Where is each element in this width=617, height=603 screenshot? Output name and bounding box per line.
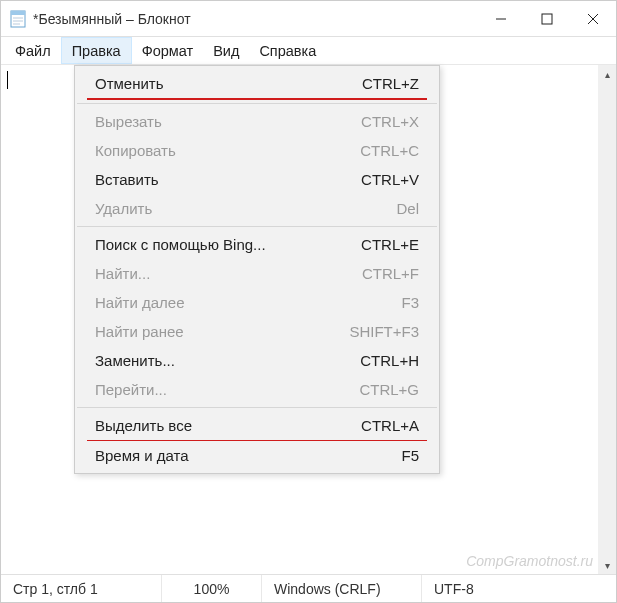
menu-separator [77,103,437,104]
status-line-ending: Windows (CRLF) [261,575,421,602]
status-zoom: 100% [161,575,261,602]
close-button[interactable] [570,1,616,37]
menu-item-find-next[interactable]: Найти далее F3 [75,288,439,317]
status-position: Стр 1, стлб 1 [1,575,161,602]
titlebar: *Безымянный – Блокнот [1,1,616,37]
highlight-underline [87,98,427,100]
menu-item-undo[interactable]: Отменить CTRL+Z [75,69,439,98]
text-cursor [7,71,8,89]
window-controls [478,1,616,37]
menu-item-datetime[interactable]: Время и дата F5 [75,441,439,470]
minimize-button[interactable] [478,1,524,37]
menu-item-find[interactable]: Найти... CTRL+F [75,259,439,288]
menu-separator [77,407,437,408]
menu-item-paste[interactable]: Вставить CTRL+V [75,165,439,194]
menu-file[interactable]: Файл [5,37,61,64]
scroll-up-button[interactable]: ▴ [598,65,616,83]
notepad-icon [9,10,27,28]
text-editor[interactable]: Отменить CTRL+Z Вырезать CTRL+X Копирова… [1,65,598,574]
menu-separator [77,226,437,227]
menu-item-find-prev[interactable]: Найти ранее SHIFT+F3 [75,317,439,346]
menu-item-select-all[interactable]: Выделить все CTRL+A [75,411,439,440]
menu-item-copy[interactable]: Копировать CTRL+C [75,136,439,165]
menu-help[interactable]: Справка [249,37,326,64]
vertical-scrollbar[interactable]: ▴ ▾ [598,65,616,574]
menu-view[interactable]: Вид [203,37,249,64]
svg-rect-1 [11,11,25,15]
menu-item-cut[interactable]: Вырезать CTRL+X [75,107,439,136]
menu-item-replace[interactable]: Заменить... CTRL+H [75,346,439,375]
content-area: Отменить CTRL+Z Вырезать CTRL+X Копирова… [1,65,616,574]
window-title: *Безымянный – Блокнот [33,11,478,27]
watermark-text: CompGramotnost.ru [466,553,593,569]
statusbar: Стр 1, стлб 1 100% Windows (CRLF) UTF-8 [1,574,616,602]
status-encoding: UTF-8 [421,575,616,602]
edit-dropdown-menu: Отменить CTRL+Z Вырезать CTRL+X Копирова… [74,65,440,474]
menubar: Файл Правка Формат Вид Справка [1,37,616,65]
menu-item-search-bing[interactable]: Поиск с помощью Bing... CTRL+E [75,230,439,259]
notepad-window: *Безымянный – Блокнот Файл Правка Формат… [0,0,617,603]
scroll-down-button[interactable]: ▾ [598,556,616,574]
maximize-button[interactable] [524,1,570,37]
menu-edit[interactable]: Правка [61,37,132,64]
menu-format[interactable]: Формат [132,37,204,64]
menu-item-goto[interactable]: Перейти... CTRL+G [75,375,439,404]
svg-rect-6 [542,14,552,24]
menu-item-delete[interactable]: Удалить Del [75,194,439,223]
